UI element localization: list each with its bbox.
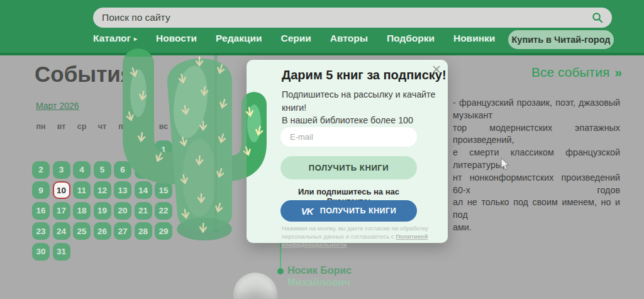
calendar-empty-cell <box>135 140 152 158</box>
event-description-line: - французский прозаик, поэт, джазовый му… <box>453 97 620 122</box>
timeline-connector <box>280 243 281 269</box>
main-nav: Каталог▸НовостиРедакцииСерииАвторыПодбор… <box>93 33 495 44</box>
calendar-day-28[interactable]: 28 <box>135 222 152 240</box>
author-name-line1: Носик Борис <box>287 265 352 276</box>
calendar-day-21[interactable]: 21 <box>135 202 152 220</box>
calendar-day-30[interactable]: 30 <box>32 243 50 261</box>
calendar-day-6[interactable]: 6 <box>114 161 131 179</box>
vk-icon: VK <box>301 206 313 217</box>
nav-item-series[interactable]: Серии <box>280 33 311 44</box>
calendar-empty-cell <box>32 140 50 158</box>
calendar-grid: 1234567891011121314151617181920212223242… <box>32 140 172 261</box>
calendar-month-link[interactable]: Март 2026 <box>36 101 79 111</box>
timeline-dot <box>277 268 284 274</box>
calendar-day-16[interactable]: 16 <box>32 202 50 220</box>
search-input[interactable] <box>102 12 592 23</box>
event-description-line: тор модернистских эпатажных произведений… <box>453 122 620 147</box>
weekday-label: вс <box>155 122 172 131</box>
calendar-day-29[interactable]: 29 <box>155 222 172 240</box>
nav-item-new-releases[interactable]: Новинки <box>453 33 495 44</box>
event-description-line: ами. <box>453 222 620 234</box>
modal-title: Дарим 5 книг за подписку! <box>282 68 447 82</box>
calendar-day-18[interactable]: 18 <box>73 202 91 220</box>
caret-right-icon: ▸ <box>134 35 137 42</box>
search-icon[interactable] <box>592 12 603 23</box>
calendar-day-27[interactable]: 27 <box>114 222 131 240</box>
weekday-label: пн <box>32 122 50 131</box>
weekday-label: чт <box>94 122 111 131</box>
calendar-empty-cell <box>73 140 91 158</box>
calendar-day-31[interactable]: 31 <box>53 243 70 261</box>
event-description-line: е смерти классиком французской литератур… <box>453 147 620 172</box>
vk-get-books-button[interactable]: VK ПОЛУЧИТЬ КНИГИ <box>280 200 417 222</box>
calendar-empty-cell <box>135 243 152 261</box>
calendar-day-20[interactable]: 20 <box>114 202 131 220</box>
calendar-day-17[interactable]: 17 <box>53 202 70 220</box>
calendar-day-24[interactable]: 24 <box>53 222 70 240</box>
site-search <box>93 8 612 28</box>
calendar-day-10[interactable]: 10 <box>53 181 70 199</box>
calendar-day-22[interactable]: 22 <box>155 202 172 220</box>
calendar-empty-cell <box>53 140 70 158</box>
weekday-label: пт <box>114 122 131 131</box>
calendar-day-4[interactable]: 4 <box>73 161 91 179</box>
author-photo[interactable] <box>233 273 277 299</box>
event-description-line: ал не только под своим именем, но и под <box>453 196 620 222</box>
event-description-line: нт нонконформистских произведений 60-х г… <box>453 172 620 197</box>
nav-item-news[interactable]: Новости <box>156 33 197 44</box>
nav-item-editorials[interactable]: Редакции <box>216 33 262 44</box>
nav-item-authors[interactable]: Авторы <box>330 33 368 44</box>
buy-chitai-gorod-button[interactable]: Купить в Читай-город <box>508 30 614 49</box>
chevron-right-icon: » <box>614 65 622 79</box>
calendar-day-3[interactable]: 3 <box>53 161 70 179</box>
calendar-day-23[interactable]: 23 <box>32 222 50 240</box>
header-divider <box>0 53 644 55</box>
disclaimer-text: Нажимая на кнопку, вы даете согласие на … <box>282 224 439 249</box>
calendar-empty-cell <box>114 140 131 158</box>
weekday-label: ср <box>73 122 91 131</box>
calendar-day-11[interactable]: 11 <box>73 181 91 199</box>
calendar-empty-cell <box>114 243 131 261</box>
calendar-empty-cell <box>73 243 91 261</box>
author-name-line2: Михайлович <box>287 277 352 288</box>
timeline-author-link[interactable]: Носик Борис Михайлович <box>287 265 352 288</box>
get-books-button[interactable]: ПОЛУЧИТЬ КНИГИ <box>280 156 417 179</box>
calendar-empty-cell <box>155 243 172 261</box>
calendar-day-8[interactable]: 8 <box>155 161 172 179</box>
all-events-label: Все события <box>531 65 609 79</box>
all-events-link[interactable]: Все события» <box>531 65 613 80</box>
calendar-day-12[interactable]: 12 <box>94 181 111 199</box>
event-description: - французский прозаик, поэт, джазовый му… <box>453 97 620 234</box>
page: ас ИЗДАТЕЛЬСТВО Каталог▸НовостиРедакци <box>0 0 644 299</box>
calendar-day-19[interactable]: 19 <box>94 202 111 220</box>
modal-body-line: Подпишитесь на рассылку и качайте книги! <box>282 88 448 114</box>
weekday-label: вт <box>53 122 70 131</box>
vk-button-label: ПОЛУЧИТЬ КНИГИ <box>320 206 397 215</box>
calendar-weekdays: пнвтсрчтптсбвс <box>32 122 172 131</box>
calendar-day-14[interactable]: 14 <box>135 181 152 199</box>
calendar-day-7[interactable]: 7 <box>135 161 152 179</box>
calendar-empty-cell <box>94 243 111 261</box>
calendar-day-25[interactable]: 25 <box>73 222 91 240</box>
calendar-day-15[interactable]: 15 <box>155 181 172 199</box>
calendar-day-9[interactable]: 9 <box>32 181 50 199</box>
weekday-label: сб <box>135 122 152 131</box>
modal-body-line: В нашей библиотеке более 100 <box>282 114 448 127</box>
nav-item-collections[interactable]: Подборки <box>387 33 435 44</box>
calendar-day-1[interactable]: 1 <box>155 140 172 158</box>
calendar-day-2[interactable]: 2 <box>32 161 50 179</box>
calendar-day-26[interactable]: 26 <box>94 222 111 240</box>
page-title: События <box>35 62 133 87</box>
calendar-day-13[interactable]: 13 <box>114 181 131 199</box>
email-field[interactable] <box>280 127 417 147</box>
nav-item-catalog[interactable]: Каталог▸ <box>93 33 137 44</box>
calendar-empty-cell <box>94 140 111 158</box>
subscription-modal: ✕ Дарим 5 книг за подписку! Подпишитесь … <box>247 60 448 243</box>
calendar-day-5[interactable]: 5 <box>94 161 111 179</box>
